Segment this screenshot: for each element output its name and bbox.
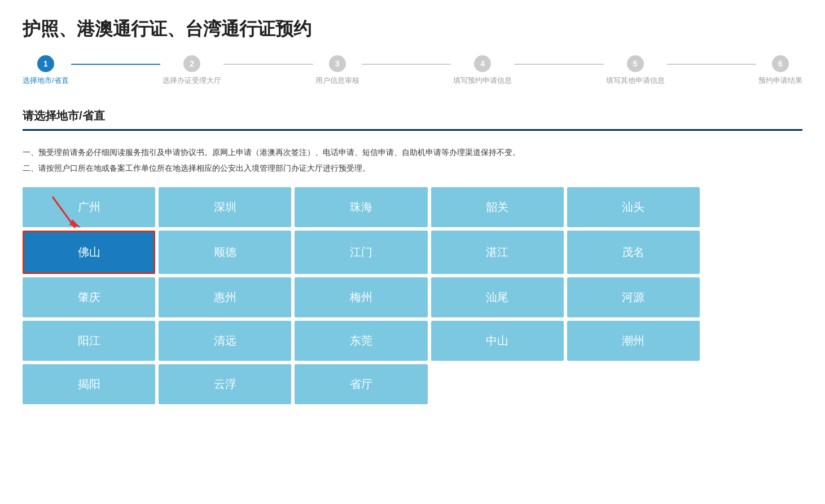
step-circle-4: 4 (474, 55, 491, 72)
city-btn-珠海[interactable]: 珠海 (295, 187, 427, 227)
city-btn-佛山[interactable]: 佛山 (23, 231, 155, 274)
step-circle-1: 1 (37, 55, 54, 72)
step-line-4 (514, 64, 603, 65)
step-2: 2选择办证受理大厅 (163, 55, 221, 86)
step-5: 5填写其他申请信息 (606, 55, 665, 86)
step-label-2: 选择办证受理大厅 (163, 76, 221, 86)
step-line-2 (223, 64, 313, 65)
city-btn-揭阳[interactable]: 揭阳 (23, 364, 155, 404)
city-btn-潮州[interactable]: 潮州 (567, 321, 700, 361)
step-label-1: 选择地市/省直 (23, 76, 69, 86)
step-line-3 (362, 64, 451, 65)
section-title: 请选择地市/省直 (23, 108, 802, 131)
step-label-3: 用户信息审核 (315, 76, 359, 86)
step-4: 4填写预约申请信息 (453, 55, 512, 86)
step-circle-6: 6 (772, 55, 789, 72)
city-btn-惠州[interactable]: 惠州 (159, 277, 291, 317)
city-btn-中山[interactable]: 中山 (431, 321, 564, 361)
notice: 一、预受理前请务必仔细阅读服务指引及申请协议书。原网上申请（港澳再次签注）、电话… (23, 144, 802, 176)
city-btn-深圳[interactable]: 深圳 (159, 187, 291, 227)
city-btn-汕头[interactable]: 汕头 (567, 187, 700, 227)
city-btn-阳江[interactable]: 阳江 (23, 321, 155, 361)
city-grid: 广州深圳珠海韶关汕头佛山顺德江门湛江茂名肇庆惠州梅州汕尾河源阳江清远东莞中山潮州… (23, 187, 700, 404)
step-circle-2: 2 (183, 55, 200, 72)
step-label-5: 填写其他申请信息 (606, 76, 665, 86)
step-circle-3: 3 (329, 55, 346, 72)
step-3: 3用户信息审核 (315, 55, 359, 86)
city-btn-广州[interactable]: 广州 (23, 187, 155, 227)
step-label-6: 预约申请结果 (758, 76, 802, 86)
step-line-1 (71, 64, 160, 65)
city-btn-湛江[interactable]: 湛江 (431, 231, 564, 274)
city-btn-云浮[interactable]: 云浮 (159, 364, 291, 404)
city-btn-顺德[interactable]: 顺德 (159, 231, 291, 274)
city-btn-韶关[interactable]: 韶关 (431, 187, 564, 227)
page-title: 护照、港澳通行证、台湾通行证预约 (23, 17, 802, 42)
city-btn-肇庆[interactable]: 肇庆 (23, 277, 155, 317)
step-line-5 (667, 64, 756, 65)
stepper: 1选择地市/省直2选择办证受理大厅3用户信息审核4填写预约申请信息5填写其他申请… (23, 55, 802, 86)
city-btn-清远[interactable]: 清远 (159, 321, 291, 361)
city-btn-梅州[interactable]: 梅州 (295, 277, 427, 317)
step-label-4: 填写预约申请信息 (453, 76, 512, 86)
step-1: 1选择地市/省直 (23, 55, 69, 86)
city-btn-河源[interactable]: 河源 (567, 277, 700, 317)
city-btn-东莞[interactable]: 东莞 (295, 321, 427, 361)
step-6: 6预约申请结果 (758, 55, 802, 86)
city-btn-汕尾[interactable]: 汕尾 (431, 277, 564, 317)
city-btn-省厅[interactable]: 省厅 (295, 364, 427, 404)
notice-line1: 一、预受理前请务必仔细阅读服务指引及申请协议书。原网上申请（港澳再次签注）、电话… (23, 144, 802, 160)
notice-line2: 二、请按照户口所在地或备案工作单位所在地选择相应的公安出入境管理部门办证大厅进行… (23, 160, 802, 176)
city-btn-茂名[interactable]: 茂名 (567, 231, 700, 274)
step-circle-5: 5 (627, 55, 644, 72)
city-btn-江门[interactable]: 江门 (295, 231, 427, 274)
